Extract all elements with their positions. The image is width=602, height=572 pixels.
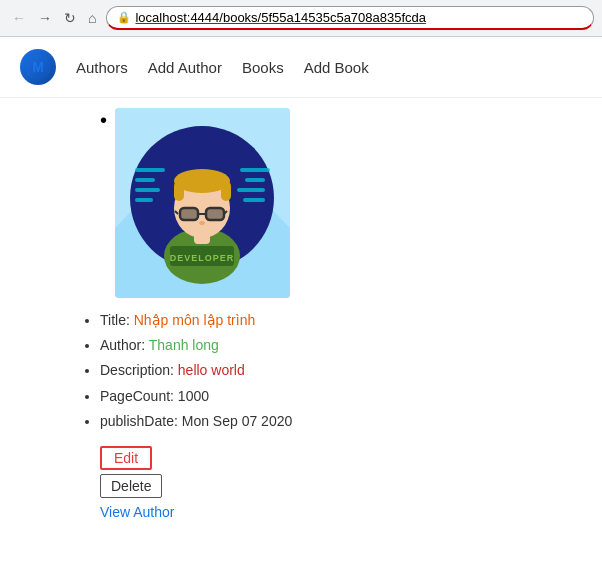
book-info-list: Title: Nhập môn lập trình Author: Thanh … bbox=[80, 308, 582, 434]
pagecount-label: PageCount: bbox=[100, 388, 174, 404]
svg-rect-7 bbox=[135, 188, 160, 192]
nav-add-author[interactable]: Add Author bbox=[148, 59, 222, 76]
svg-rect-12 bbox=[243, 198, 265, 202]
svg-point-28 bbox=[199, 221, 205, 225]
author-value: Thanh long bbox=[149, 337, 219, 353]
delete-button[interactable]: Delete bbox=[100, 474, 162, 498]
description-item: Description: hello world bbox=[100, 358, 582, 383]
home-button[interactable]: ⌂ bbox=[84, 8, 100, 28]
svg-rect-11 bbox=[237, 188, 265, 192]
reload-button[interactable]: ↻ bbox=[60, 8, 80, 28]
actions: Edit Delete View Author bbox=[80, 446, 582, 520]
nav-authors[interactable]: Authors bbox=[76, 59, 128, 76]
publishdate-label: publishDate: bbox=[100, 413, 178, 429]
address-bar[interactable]: 🔒 localhost:4444/books/5f55a14535c5a708a… bbox=[106, 6, 594, 30]
publishdate-value: Mon Sep 07 2020 bbox=[182, 413, 293, 429]
lock-icon: 🔒 bbox=[117, 11, 131, 24]
url-text: localhost:4444/books/5f55a14535c5a708a83… bbox=[135, 10, 426, 25]
edit-button[interactable]: Edit bbox=[100, 446, 152, 470]
main-content: • bbox=[0, 98, 602, 540]
svg-rect-27 bbox=[207, 209, 224, 220]
image-bullet: • bbox=[100, 110, 107, 130]
svg-rect-9 bbox=[240, 168, 270, 172]
browser-toolbar: ← → ↻ ⌂ 🔒 localhost:4444/books/5f55a1453… bbox=[0, 0, 602, 36]
book-image-wrapper: • bbox=[80, 108, 582, 298]
publishdate-item: publishDate: Mon Sep 07 2020 bbox=[100, 409, 582, 434]
forward-button[interactable]: → bbox=[34, 8, 56, 28]
svg-rect-19 bbox=[174, 181, 184, 201]
nav-links: Authors Add Author Books Add Book bbox=[76, 59, 369, 76]
view-author-link[interactable]: View Author bbox=[100, 504, 174, 520]
description-label: Description: bbox=[100, 362, 174, 378]
description-value: hello world bbox=[178, 362, 245, 378]
author-item: Author: Thanh long bbox=[100, 333, 582, 358]
developer-avatar-svg: DEVELOPER bbox=[115, 108, 290, 298]
title-label: Title: bbox=[100, 312, 130, 328]
svg-rect-26 bbox=[181, 209, 198, 220]
svg-rect-10 bbox=[245, 178, 265, 182]
title-value: Nhập môn lập trình bbox=[134, 312, 256, 328]
back-button[interactable]: ← bbox=[8, 8, 30, 28]
brand-icon: M bbox=[24, 53, 52, 81]
title-item: Title: Nhập môn lập trình bbox=[100, 308, 582, 333]
nav-add-book[interactable]: Add Book bbox=[304, 59, 369, 76]
nav-books[interactable]: Books bbox=[242, 59, 284, 76]
svg-text:DEVELOPER: DEVELOPER bbox=[170, 253, 235, 263]
svg-rect-6 bbox=[135, 178, 155, 182]
pagecount-item: PageCount: 1000 bbox=[100, 384, 582, 409]
navbar: M Authors Add Author Books Add Book bbox=[0, 37, 602, 98]
pagecount-value: 1000 bbox=[178, 388, 209, 404]
page-content: M Authors Add Author Books Add Book • bbox=[0, 37, 602, 540]
brand-logo: M bbox=[20, 49, 56, 85]
svg-rect-8 bbox=[135, 198, 153, 202]
book-info: Title: Nhập môn lập trình Author: Thanh … bbox=[80, 308, 582, 434]
svg-text:M: M bbox=[32, 59, 44, 75]
browser-chrome: ← → ↻ ⌂ 🔒 localhost:4444/books/5f55a1453… bbox=[0, 0, 602, 37]
author-label: Author: bbox=[100, 337, 145, 353]
book-image: DEVELOPER bbox=[115, 108, 290, 298]
svg-rect-5 bbox=[135, 168, 165, 172]
svg-rect-20 bbox=[221, 181, 231, 201]
nav-buttons: ← → ↻ ⌂ bbox=[8, 8, 100, 28]
